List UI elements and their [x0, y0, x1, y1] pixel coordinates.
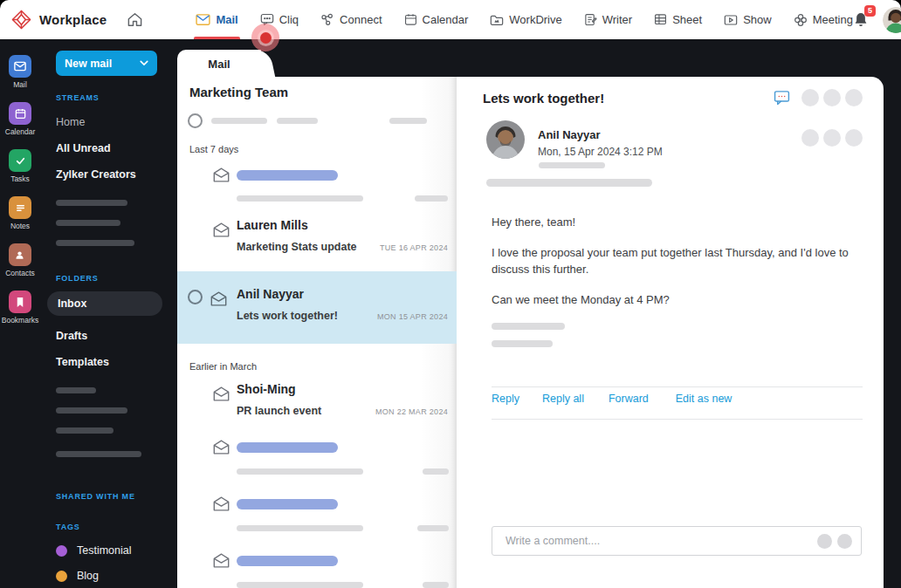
- brand: Workplace: [0, 10, 143, 30]
- tag-item-blog[interactable]: Blog: [56, 570, 177, 582]
- group-label: Earlier in March: [189, 361, 257, 372]
- comment-action-button[interactable]: [817, 534, 832, 549]
- sidebar-item-inbox[interactable]: Inbox: [47, 291, 162, 316]
- notifications-button[interactable]: 5: [853, 11, 869, 28]
- sidebar-item-all-unread[interactable]: All Unread: [56, 142, 177, 154]
- skeleton-bar: [237, 525, 363, 531]
- sender-name: Anil Nayyar: [538, 128, 663, 141]
- mail-app-icon: [9, 55, 31, 78]
- top-nav-meeting[interactable]: Meeting: [794, 0, 853, 39]
- skeleton-bar: [211, 118, 267, 124]
- streams-section-label: STREAMS: [56, 93, 177, 102]
- action-circle-button[interactable]: [801, 129, 819, 147]
- sender-avatar: [486, 120, 525, 159]
- user-avatar[interactable]: [883, 7, 901, 33]
- select-all-checkbox[interactable]: [188, 113, 203, 128]
- forward-button[interactable]: Forward: [609, 393, 649, 405]
- brand-name: Workplace: [39, 12, 107, 27]
- mail-list-item-anil-nayyar[interactable]: Anil Nayyar Lets work together! MON 15 A…: [177, 271, 457, 344]
- tag-color-dot: [56, 545, 67, 557]
- workplace-logo-icon: [11, 10, 31, 30]
- reply-button[interactable]: Reply: [492, 393, 519, 405]
- home-icon[interactable]: [127, 11, 143, 28]
- tasks-app-icon: [9, 149, 31, 172]
- detail-action-buttons: [801, 89, 863, 106]
- skeleton-mail-item[interactable]: [177, 493, 457, 538]
- meeting-icon: [794, 13, 808, 27]
- sidebar-item-home[interactable]: Home: [56, 116, 177, 128]
- rail-item-mail[interactable]: Mail: [9, 55, 31, 89]
- open-envelope-icon: [212, 439, 230, 459]
- comment-input[interactable]: [504, 534, 812, 548]
- comments-icon[interactable]: [774, 90, 790, 106]
- mail-sidebar: New mail STREAMS Home All Unread Zylker …: [40, 39, 177, 588]
- skeleton-bar: [237, 442, 338, 453]
- skeleton-mail-item[interactable]: [177, 164, 457, 208]
- connect-icon: [320, 13, 334, 27]
- skeleton-mail-item[interactable]: [177, 550, 457, 588]
- calendar-icon: [404, 13, 417, 26]
- action-circle-button[interactable]: [845, 129, 863, 147]
- rail-item-calendar[interactable]: Calendar: [5, 102, 36, 136]
- open-envelope-icon: [212, 167, 230, 187]
- top-nav-sheet[interactable]: Sheet: [654, 0, 702, 39]
- top-nav-calendar[interactable]: Calendar: [404, 0, 469, 39]
- comment-action-button[interactable]: [837, 534, 852, 549]
- skeleton-bar: [423, 582, 449, 588]
- calendar-app-icon: [9, 102, 31, 125]
- reply-all-button[interactable]: Reply all: [542, 393, 584, 405]
- rail-item-notes[interactable]: Notes: [9, 196, 31, 230]
- top-nav-mail[interactable]: Mail: [196, 0, 237, 39]
- detail-header: Lets work together!: [483, 89, 863, 106]
- edit-as-new-button[interactable]: Edit as new: [676, 393, 732, 405]
- mail-body: Hey there, team! I love the proposal you…: [492, 215, 886, 322]
- action-circle-button[interactable]: [845, 89, 863, 106]
- contacts-app-icon: [9, 243, 31, 266]
- sidebar-item-drafts[interactable]: Drafts: [56, 330, 177, 342]
- action-circle-button[interactable]: [823, 129, 841, 147]
- action-circle-button[interactable]: [801, 89, 819, 106]
- detail-subject: Lets work together!: [483, 91, 774, 106]
- skeleton-bar: [237, 170, 338, 181]
- top-nav-workdrive[interactable]: WorkDrive: [490, 0, 561, 39]
- skeleton-bar: [417, 525, 449, 531]
- shared-section-label[interactable]: SHARED WITH ME: [56, 492, 177, 501]
- rail-item-bookmarks[interactable]: Bookmarks: [2, 291, 39, 325]
- top-nav-writer[interactable]: Writer: [584, 0, 632, 39]
- new-mail-button[interactable]: New mail: [56, 51, 157, 76]
- message-action-buttons: [801, 129, 863, 159]
- skeleton-bar: [56, 407, 127, 414]
- top-nav-show[interactable]: Show: [724, 0, 772, 39]
- skeleton-bar: [389, 118, 427, 124]
- mail-list-item-lauren-mills[interactable]: Lauren Mills Marketing Stats update TUE …: [177, 215, 457, 260]
- select-mail-checkbox[interactable]: [188, 290, 203, 304]
- group-label: Last 7 days: [189, 144, 238, 154]
- skeleton-bar: [423, 468, 449, 475]
- skeleton-mail-item[interactable]: [177, 436, 457, 482]
- sidebar-item-zylker-creators[interactable]: Zylker Creators: [56, 168, 177, 181]
- tag-item-testimonial[interactable]: Testimonial: [56, 544, 177, 557]
- cursor-click-indicator: [251, 24, 279, 51]
- skeleton-bar: [539, 162, 605, 168]
- open-envelope-icon: [212, 552, 230, 572]
- skeleton-bar: [237, 556, 338, 566]
- action-circle-button[interactable]: [823, 89, 841, 106]
- sidebar-item-templates[interactable]: Templates: [56, 356, 177, 368]
- rail-item-tasks[interactable]: Tasks: [9, 149, 31, 183]
- notification-badge: 5: [864, 5, 876, 17]
- reply-actions: Reply Reply all Forward Edit as new: [492, 393, 732, 405]
- comment-box: [492, 526, 862, 556]
- mail-tab[interactable]: Mail: [177, 50, 261, 78]
- skeleton-bar: [237, 499, 338, 509]
- mail-detail-panel: Lets work together!: [457, 77, 884, 588]
- skeleton-bar: [492, 323, 565, 330]
- body-paragraph: I love the proposal your team put togeth…: [492, 245, 886, 278]
- mail-icon: [196, 13, 210, 26]
- top-nav-connect[interactable]: Connect: [320, 0, 382, 39]
- rail-item-contacts[interactable]: Contacts: [5, 243, 35, 277]
- app-rail: Mail Calendar Tasks Not: [0, 39, 40, 588]
- cursor-click-dot: [260, 32, 272, 44]
- open-envelope-icon: [210, 291, 228, 311]
- mail-list-item-shoi-ming[interactable]: Shoi-Ming PR launch event MON 22 MAR 202…: [177, 380, 457, 426]
- sent-timestamp: Mon, 15 Apr 2024 3:12 PM: [538, 146, 663, 158]
